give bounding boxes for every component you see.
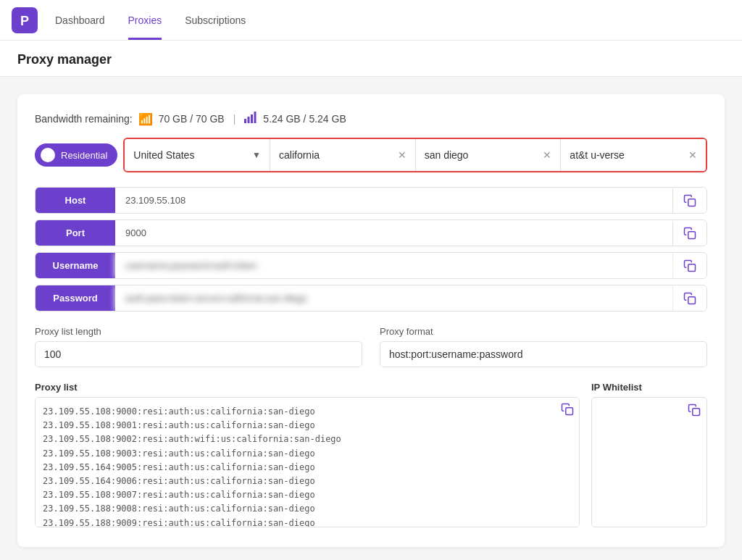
svg-rect-10 [566, 408, 573, 415]
host-value: 23.109.55.108 [115, 188, 672, 213]
page-title: Proxy manager [17, 52, 725, 67]
country-chevron-icon: ▼ [252, 150, 261, 160]
nav-subscriptions[interactable]: Subscriptions [185, 0, 246, 40]
bandwidth-wifi-value: 70 GB / 70 GB [159, 113, 225, 125]
proxy-list-textarea[interactable]: 23.109.55.108:9000:resi:auth:us:californ… [35, 397, 580, 527]
svg-rect-9 [688, 296, 696, 304]
city-filter[interactable]: san diego ✕ [416, 139, 562, 171]
proxy-list-box: 23.109.55.108:9000:resi:auth:us:californ… [35, 397, 580, 530]
svg-rect-5 [254, 112, 257, 123]
isp-value: at&t u-verse [570, 149, 684, 161]
password-copy-button[interactable] [672, 286, 706, 311]
password-label: Password [36, 285, 115, 311]
ip-whitelist-container: IP Whitelist [591, 382, 707, 530]
port-label: Port [36, 220, 115, 246]
host-copy-button[interactable] [672, 188, 706, 213]
port-copy-button[interactable] [672, 221, 706, 246]
proxy-format-input[interactable] [380, 341, 707, 367]
isp-clear-button[interactable]: ✕ [688, 150, 697, 160]
svg-rect-3 [248, 117, 250, 123]
ip-whitelist-copy-button[interactable] [688, 404, 701, 420]
host-label: Host [36, 188, 115, 213]
city-value: san diego [425, 149, 539, 161]
svg-rect-4 [251, 114, 253, 123]
nav-dashboard[interactable]: Dashboard [55, 0, 105, 40]
toggle-circle [41, 148, 55, 162]
port-value: 9000 [115, 220, 672, 246]
proxy-list-length-group: Proxy list length [35, 326, 362, 367]
state-clear-button[interactable]: ✕ [398, 150, 407, 160]
isp-filter[interactable]: at&t u-verse ✕ [561, 139, 706, 171]
proxy-card: Bandwidth remaining: 📶 70 GB / 70 GB | 5… [17, 94, 725, 547]
proxy-list-container: Proxy list 23.109.55.108:9000:resi:auth:… [35, 382, 580, 530]
bandwidth-divider: | [233, 113, 236, 125]
username-copy-button[interactable] [672, 254, 706, 278]
proxy-list-length-input[interactable] [35, 341, 362, 367]
ip-whitelist-box [591, 397, 707, 527]
host-field-row: Host 23.109.55.108 [35, 187, 707, 214]
proxy-format-label: Proxy format [380, 326, 707, 337]
city-clear-button[interactable]: ✕ [543, 150, 551, 160]
svg-rect-8 [688, 264, 696, 271]
password-value: auth:pass:token:secure:california:san-di… [115, 285, 672, 311]
svg-rect-6 [688, 198, 696, 206]
nav-links: Dashboard Proxies Subscriptions [55, 0, 246, 40]
form-row: Proxy list length Proxy format [35, 326, 707, 367]
svg-rect-2 [244, 119, 246, 123]
proxy-format-group: Proxy format [380, 326, 707, 367]
main-content: Bandwidth remaining: 📶 70 GB / 70 GB | 5… [0, 77, 742, 560]
wifi-icon: 📶 [138, 112, 153, 126]
username-value: username:password:auth:token [115, 253, 672, 278]
username-label: Username [36, 253, 115, 278]
navbar: P Dashboard Proxies Subscriptions [0, 0, 742, 41]
proxy-list-section: Proxy list 23.109.55.108:9000:resi:auth:… [35, 382, 707, 530]
filter-inputs: United States ▼ california ✕ san diego ✕… [123, 138, 707, 172]
username-field-row: Username username:password:auth:token [35, 252, 707, 279]
svg-text:P: P [20, 13, 29, 28]
logo: P [12, 7, 38, 33]
bandwidth-row: Bandwidth remaining: 📶 70 GB / 70 GB | 5… [35, 112, 707, 126]
proxy-list-length-label: Proxy list length [35, 326, 362, 337]
ip-whitelist-label: IP Whitelist [591, 382, 707, 393]
bandwidth-cellular-value: 5.24 GB / 5.24 GB [263, 113, 346, 125]
proxy-list-copy-button[interactable] [561, 403, 574, 419]
bandwidth-label: Bandwidth remaining: [35, 113, 133, 125]
password-field-row: Password auth:pass:token:secure:californ… [35, 285, 707, 312]
svg-rect-7 [688, 231, 696, 238]
cellular-icon [244, 112, 257, 126]
state-value: california [279, 149, 393, 161]
residential-toggle[interactable]: Residential [35, 143, 117, 167]
toggle-label: Residential [61, 150, 107, 161]
proxy-list-label: Proxy list [35, 382, 580, 393]
port-field-row: Port 9000 [35, 220, 707, 246]
country-filter[interactable]: United States ▼ [125, 139, 270, 171]
filter-row: Residential United States ▼ california ✕… [35, 138, 707, 172]
nav-proxies[interactable]: Proxies [128, 0, 162, 40]
svg-rect-11 [693, 409, 700, 416]
state-filter[interactable]: california ✕ [270, 139, 416, 171]
country-value: United States [133, 149, 246, 161]
page-header: Proxy manager [0, 41, 742, 77]
